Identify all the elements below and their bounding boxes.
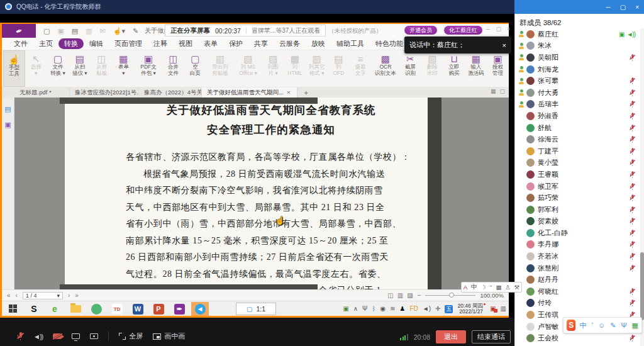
volume-icon[interactable]: ◄) <box>423 306 431 312</box>
pdf-close-button[interactable]: × <box>507 26 510 32</box>
panel-toggle-icon[interactable]: ▦ <box>491 88 496 94</box>
tool-PDF文件包[interactable]: ▣PDF文件包 ▾ <box>135 50 162 87</box>
tool-从扫描仪[interactable]: ▤从扫描仪 ▾ <box>69 50 91 87</box>
member-row[interactable]: 岳瑞丰 <box>515 99 640 111</box>
pip-button[interactable]: 画中画 <box>153 332 185 341</box>
member-row[interactable]: 丁建平 <box>515 145 640 157</box>
member-scrollbar-thumb[interactable] <box>640 252 644 320</box>
doc-tab[interactable]: 豫冰雪应指办[2022]1号.... <box>70 87 139 98</box>
ribbon-tab-表单[interactable]: 表单 <box>198 38 223 49</box>
maximize-button[interactable]: ▢ <box>620 4 626 11</box>
wechat-icon[interactable] <box>87 302 105 316</box>
ribbon-tab-页面管理[interactable]: 页面管理 <box>109 38 148 49</box>
doc-tab[interactable]: 豫高办（2022）4号关于... <box>139 87 202 98</box>
ribbon-tab-注释[interactable]: 注释 <box>148 38 173 49</box>
member-row[interactable]: 王睿颖 <box>515 169 640 181</box>
fullscreen-button[interactable]: 全屏 <box>119 332 143 341</box>
microphone-tray-icon[interactable]: Ψ <box>362 306 367 312</box>
powerpoint-icon[interactable]: P <box>150 302 167 316</box>
ime-mini-icon[interactable]: A <box>464 284 467 291</box>
ribbon-tab-云服务[interactable]: 云服务 <box>274 38 306 49</box>
speaker-icon[interactable]: ◄)) <box>33 333 43 340</box>
toast-close-icon[interactable]: × <box>502 42 506 49</box>
ribbon-tab-编辑[interactable]: 编辑 <box>84 38 109 49</box>
sogou-tool-icon[interactable]: Ψ <box>621 321 626 329</box>
mic-muted-icon[interactable] <box>18 332 23 340</box>
member-row[interactable]: 赵丹丹 <box>515 274 640 286</box>
bluetooth-icon[interactable]: ᛒ <box>372 306 375 312</box>
taskbar-clock[interactable]: 20:46 周四2022/1/27 <box>457 303 486 315</box>
sogou-tool-icon[interactable]: ’ <box>591 321 592 329</box>
member-row[interactable]: 刘海龙 <box>515 64 640 75</box>
tool-OCR识别文本[interactable]: ▩OCR识别文本 <box>372 50 399 87</box>
ime-mini-icon[interactable]: ’’ <box>490 284 492 291</box>
sogou-tool-icon[interactable]: ☺ <box>598 321 605 329</box>
member-row[interactable]: 张慧刚 <box>515 262 640 274</box>
bookmarks-panel-icon[interactable]: ▤ <box>2 105 14 113</box>
member-scrollbar[interactable] <box>640 28 644 346</box>
file-explorer-icon[interactable] <box>67 302 84 316</box>
ribbon-tab-保护[interactable]: 保护 <box>223 38 248 49</box>
member-row[interactable]: 齐若冰 <box>515 250 640 262</box>
member-row[interactable]: 贺素姣 <box>515 216 640 228</box>
member-row[interactable]: 朱冰 <box>515 40 640 52</box>
wifi-icon[interactable]: ≋ <box>390 306 395 312</box>
panel-toggle-icon[interactable]: ▢ <box>499 88 505 94</box>
view-mode-icon[interactable]: ▥ <box>397 292 403 299</box>
tool-授权管理[interactable]: ▣授权管理 <box>487 50 509 87</box>
qq-penguin-icon[interactable]: ♟ <box>400 306 406 312</box>
member-row[interactable]: 吴朝阳 <box>515 52 640 64</box>
page-view-icons[interactable]: ◫▥▨ <box>387 292 413 299</box>
foxit-logo-icon[interactable]: ✒ <box>2 24 36 38</box>
ribbon-tab-视图[interactable]: 视图 <box>173 38 198 49</box>
zoom-out-button[interactable]: − <box>418 292 421 299</box>
ribbon-tab-共享[interactable]: 共享 <box>248 38 274 49</box>
sogou-pinyin-icon[interactable]: S <box>25 302 43 316</box>
ribbon-tab-文件[interactable]: 文件 <box>8 38 33 49</box>
ime-mini-icon[interactable]: ⚒ <box>514 284 520 291</box>
ribbon-tab-主页[interactable]: 主页 <box>33 38 58 49</box>
tool-截屏识别[interactable]: ✂截屏识别 <box>399 50 421 87</box>
close-button[interactable]: × <box>635 4 639 11</box>
last-page-button[interactable]: » <box>75 292 79 299</box>
foxit-pdf-icon[interactable]: ✒ <box>170 302 188 316</box>
view-mode-icon[interactable]: ▨ <box>407 292 413 299</box>
end-call-button[interactable]: 结束通话 <box>472 330 511 343</box>
member-row[interactable]: 黄小莹 <box>515 157 640 169</box>
page-number-box[interactable]: 1 / 4 ▾ <box>23 292 63 299</box>
sogou-tool-icon[interactable]: ▦ <box>632 321 638 330</box>
open-file-icon[interactable]: ▢ <box>43 27 50 35</box>
camera-tray-icon[interactable]: ◉ <box>380 306 386 312</box>
member-row[interactable]: 孙淑香 <box>515 110 640 122</box>
account-button[interactable]: 化工蔡庄红 <box>444 26 482 35</box>
tool-文件转换[interactable]: ▢文件转换 ▾ <box>47 50 69 87</box>
screen-share-icon[interactable] <box>72 333 80 339</box>
ribbon-tab-特色功能[interactable]: 特色功能 <box>370 38 409 49</box>
tray-expand-icon[interactable]: ∧ <box>353 306 358 312</box>
browser-360-icon[interactable]: e <box>46 302 64 316</box>
tool-合并文件[interactable]: ◫合并文件 <box>162 50 184 87</box>
start-button[interactable] <box>4 302 22 316</box>
tool-立即购买[interactable]: ⊔立即购买 <box>443 50 465 87</box>
sogou-logo-icon[interactable]: S <box>567 320 575 331</box>
ime-mini-icon[interactable]: ▦ <box>496 284 501 291</box>
tab-close-icon[interactable]: × <box>287 89 291 96</box>
tool-空白页[interactable]: ▢空白页 <box>184 50 206 87</box>
camera-muted-icon[interactable] <box>53 333 62 339</box>
ribbon-tab-转换[interactable]: 转换 <box>58 38 84 49</box>
exit-button[interactable]: 退出 <box>436 330 466 343</box>
chat-windows-icon[interactable]: ▥ <box>501 306 506 312</box>
whiteboard-icon[interactable] <box>90 333 98 339</box>
member-row[interactable]: 缑卫军 <box>515 181 640 193</box>
wubi-ime-icon[interactable]: 五 <box>445 305 453 313</box>
vip-button[interactable]: 开通会员 <box>404 26 437 35</box>
screen-record-indicator-icon[interactable]: ▣ <box>343 306 348 312</box>
qq-message-icon[interactable]: ▣ <box>490 306 496 312</box>
tool-手型工具[interactable]: ☝手型工具 <box>3 50 25 87</box>
tdx-icon[interactable]: TD <box>108 302 126 316</box>
member-row[interactable]: 茹巧荣 <box>515 192 640 204</box>
pdf-minimize-button[interactable]: ─ <box>486 26 490 32</box>
ribbon-tab-辅助工具[interactable]: 辅助工具 <box>331 38 370 49</box>
first-page-button[interactable]: « <box>7 292 11 299</box>
word-icon[interactable]: W <box>129 302 147 316</box>
